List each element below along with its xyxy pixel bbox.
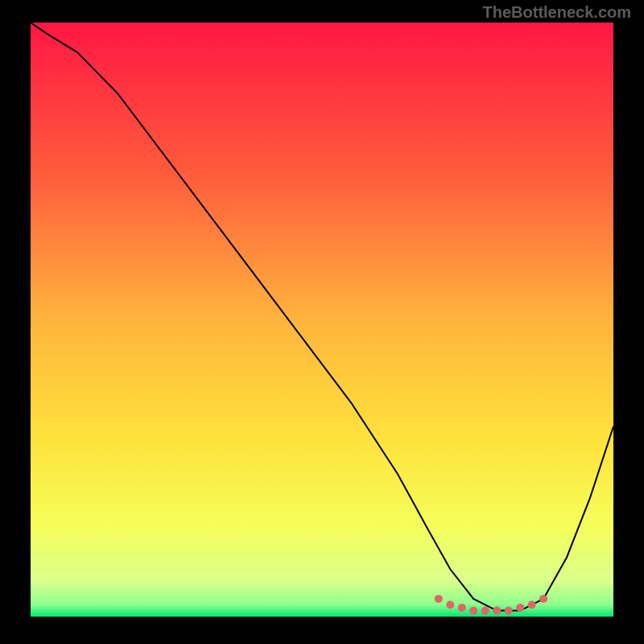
marker-point	[516, 604, 524, 612]
marker-point	[458, 604, 466, 612]
marker-point	[493, 607, 501, 615]
plot-area	[31, 23, 613, 617]
watermark-text: TheBottleneck.com	[483, 3, 631, 22]
marker-point	[481, 607, 489, 615]
marker-point	[505, 607, 513, 615]
marker-point	[446, 601, 454, 609]
marker-point	[435, 595, 443, 603]
marker-point	[528, 601, 536, 609]
markers-group	[435, 595, 547, 615]
curve-layer	[31, 23, 613, 617]
marker-point	[539, 595, 547, 603]
marker-point	[469, 607, 477, 615]
main-curve	[31, 23, 613, 611]
